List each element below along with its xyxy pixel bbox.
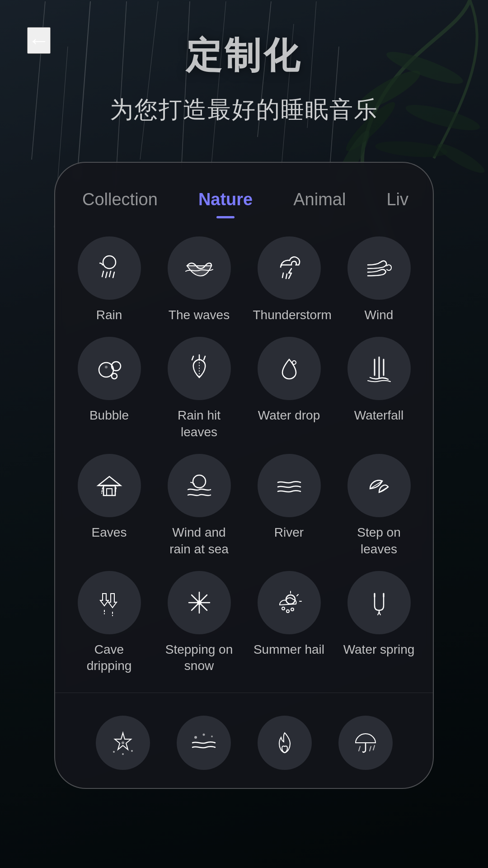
water-drop-icon — [273, 353, 305, 384]
back-button[interactable]: ← — [27, 27, 51, 54]
page-title: 定制化 — [27, 32, 461, 80]
svg-rect-36 — [103, 486, 115, 495]
tab-collection[interactable]: Collection — [73, 185, 167, 218]
tab-live[interactable]: Liv — [377, 185, 418, 218]
svg-point-60 — [131, 750, 133, 752]
svg-point-59 — [113, 751, 115, 753]
nav-item-wind-magic[interactable] — [177, 716, 231, 770]
rain-umbrella-nav-icon — [352, 729, 379, 756]
cave-dripping-icon-bg — [78, 571, 141, 634]
waterfall-icon-bg — [347, 337, 411, 400]
summer-hail-icon — [273, 587, 305, 618]
rain-leaves-icon — [183, 353, 215, 384]
sound-item-eaves[interactable]: Eaves — [69, 454, 150, 557]
svg-line-39 — [102, 488, 103, 493]
thunderstorm-icon — [273, 252, 305, 284]
svg-point-27 — [112, 373, 117, 379]
svg-point-64 — [202, 733, 205, 736]
wind-rain-sea-icon — [183, 470, 215, 501]
tab-animal[interactable]: Animal — [284, 185, 355, 218]
sound-item-wind-rain-sea[interactable]: Wind and rain at sea — [159, 454, 239, 557]
star-nav-icon-bg — [96, 716, 150, 770]
sound-label-rain: Rain — [96, 307, 122, 323]
sound-label-eaves: Eaves — [92, 524, 127, 541]
sound-item-river[interactable]: River — [249, 454, 329, 557]
sound-item-cave-dripping[interactable]: Cave dripping — [69, 571, 150, 675]
waterfall-icon — [363, 353, 395, 384]
fire-nav-icon-bg — [258, 716, 312, 770]
svg-point-58 — [122, 741, 124, 744]
sound-item-waterfall[interactable]: Waterfall — [338, 337, 419, 440]
svg-point-62 — [194, 736, 197, 739]
wind-rain-sea-icon-bg — [168, 454, 231, 517]
svg-line-22 — [113, 272, 114, 278]
sound-item-bubble[interactable]: Bubble — [69, 337, 150, 440]
nav-item-rain-umbrella[interactable] — [338, 716, 393, 770]
sound-grid: Rain The waves — [55, 218, 433, 684]
rain-icon-bg — [78, 236, 141, 300]
svg-line-67 — [373, 745, 375, 750]
sound-label-rain-leaves: Rain hit leaves — [163, 407, 235, 440]
sound-item-rain[interactable]: Rain — [69, 236, 150, 323]
sound-label-water-spring: Water spring — [343, 642, 415, 658]
river-icon — [273, 470, 305, 501]
nav-item-fire[interactable] — [258, 716, 312, 770]
bottom-nav — [55, 693, 433, 770]
step-leaves-icon-bg — [347, 454, 411, 517]
water-spring-icon-bg — [347, 571, 411, 634]
fire-nav-icon — [271, 729, 298, 756]
rain-umbrella-nav-icon-bg — [338, 716, 393, 770]
wind-magic-nav-icon — [190, 729, 217, 756]
tab-nature[interactable]: Nature — [189, 185, 262, 218]
river-icon-bg — [258, 454, 321, 517]
svg-line-31 — [204, 356, 205, 360]
sound-label-stepping-snow: Stepping on snow — [163, 642, 235, 675]
sound-label-step-leaves: Step on leaves — [343, 524, 415, 557]
header: ← 定制化 为您打造最好的睡眠音乐 — [0, 0, 488, 135]
sound-item-waves[interactable]: The waves — [159, 236, 239, 323]
eaves-icon — [94, 470, 125, 501]
svg-rect-37 — [107, 489, 112, 495]
sound-label-water-drop: Water drop — [258, 407, 320, 424]
sound-item-water-spring[interactable]: Water spring — [338, 571, 419, 675]
step-leaves-icon — [363, 470, 395, 501]
svg-point-53 — [282, 607, 285, 610]
svg-line-66 — [370, 746, 371, 751]
wind-icon — [363, 252, 395, 284]
waves-icon — [183, 252, 215, 284]
svg-line-23 — [282, 273, 283, 278]
cave-dripping-icon — [94, 587, 125, 618]
svg-line-20 — [106, 272, 107, 278]
sound-label-bubble: Bubble — [89, 407, 129, 424]
sound-item-stepping-snow[interactable]: Stepping on snow — [159, 571, 239, 675]
page-subtitle: 为您打造最好的睡眠音乐 — [27, 94, 461, 126]
sound-label-waves: The waves — [169, 307, 230, 323]
sound-label-river: River — [274, 524, 304, 541]
water-spring-icon — [363, 587, 395, 618]
sound-label-cave-dripping: Cave dripping — [73, 642, 145, 675]
bubble-icon — [94, 353, 125, 384]
svg-point-18 — [103, 256, 116, 269]
tab-bar: Collection Nature Animal Liv — [55, 163, 433, 218]
nav-item-star[interactable] — [96, 716, 150, 770]
sound-label-waterfall: Waterfall — [354, 407, 404, 424]
sound-item-thunderstorm[interactable]: Thunderstorm — [249, 236, 329, 323]
sound-item-wind[interactable]: Wind — [338, 236, 419, 323]
sound-label-summer-hail: Summer hail — [253, 642, 324, 658]
svg-point-55 — [291, 608, 294, 611]
water-drop-icon-bg — [258, 337, 321, 400]
sound-item-water-drop[interactable]: Water drop — [249, 337, 329, 440]
sound-item-summer-hail[interactable]: Summer hail — [249, 571, 329, 675]
svg-point-32 — [292, 361, 296, 364]
sound-item-step-leaves[interactable]: Step on leaves — [338, 454, 419, 557]
sound-label-thunderstorm: Thunderstorm — [253, 307, 325, 323]
svg-point-63 — [211, 736, 213, 737]
eaves-icon-bg — [78, 454, 141, 517]
sound-item-rain-leaves[interactable]: Rain hit leaves — [159, 337, 239, 440]
svg-point-28 — [105, 366, 108, 368]
bubble-icon-bg — [78, 337, 141, 400]
phone-frame: Collection Nature Animal Liv — [54, 162, 434, 789]
wind-magic-nav-icon-bg — [177, 716, 231, 770]
star-nav-icon — [109, 729, 136, 756]
svg-point-54 — [286, 610, 289, 613]
